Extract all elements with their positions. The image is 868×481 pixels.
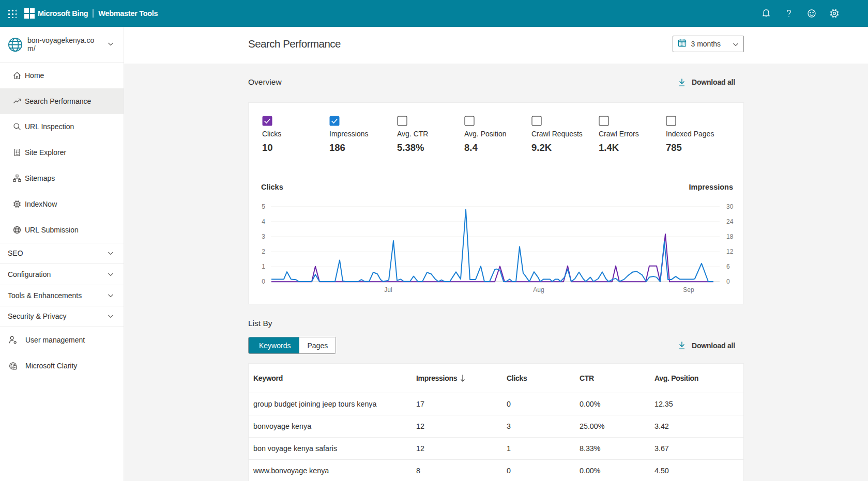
svg-text:0: 0 xyxy=(726,278,730,285)
svg-text:12: 12 xyxy=(726,248,734,255)
svg-text:Jul: Jul xyxy=(384,286,392,293)
svg-text:0: 0 xyxy=(262,278,265,285)
svg-text:30: 30 xyxy=(726,203,734,210)
svg-text:6: 6 xyxy=(726,263,730,270)
svg-text:3: 3 xyxy=(262,233,265,240)
svg-text:5: 5 xyxy=(262,203,265,210)
svg-text:2: 2 xyxy=(262,248,265,255)
svg-text:1: 1 xyxy=(262,263,265,270)
svg-text:Sep: Sep xyxy=(683,286,694,293)
svg-text:24: 24 xyxy=(726,218,734,225)
svg-text:4: 4 xyxy=(262,218,265,225)
svg-text:18: 18 xyxy=(726,233,734,240)
svg-text:Aug: Aug xyxy=(533,286,544,293)
